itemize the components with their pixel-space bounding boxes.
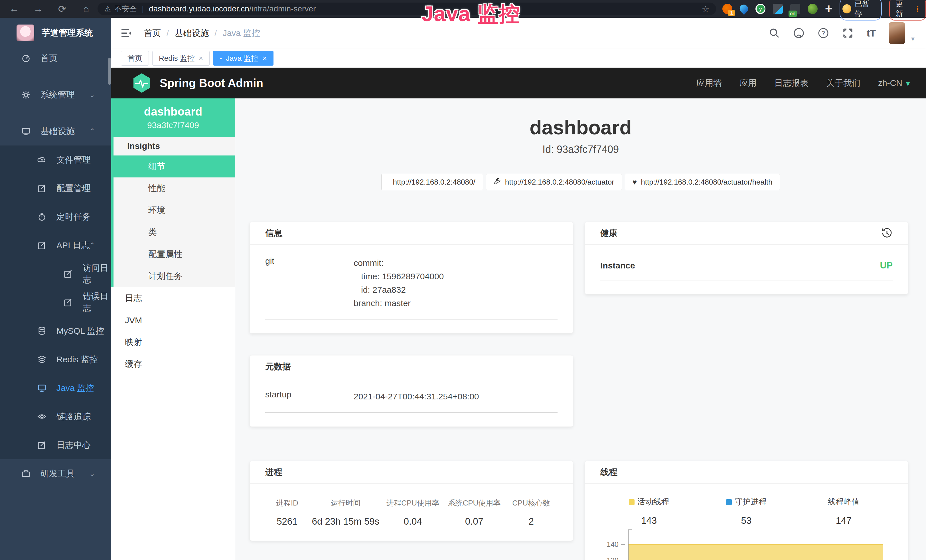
sba-nav-journal[interactable]: 日志报表	[774, 77, 808, 89]
sidebar-item-system-mgmt[interactable]: 系统管理 ⌄	[0, 80, 111, 109]
wrench-icon	[494, 178, 501, 186]
help-icon[interactable]: ?	[818, 27, 829, 39]
sidebar-item-dev-tools[interactable]: 研发工具 ⌄	[0, 459, 111, 488]
user-avatar[interactable]	[889, 22, 905, 44]
sidebar-item-home[interactable]: 首页	[0, 44, 111, 73]
instance-id: 93a3fc7f7409	[147, 120, 199, 130]
forward-icon[interactable]: →	[32, 3, 44, 15]
extension-badge: 1	[728, 10, 735, 16]
extension-magnifier-icon[interactable]	[808, 4, 818, 14]
menu-item-configprops[interactable]: 配置属性	[113, 243, 235, 265]
browser-menu-icon[interactable]: ⋮	[914, 4, 921, 14]
sba-nav-applications[interactable]: 应用	[740, 77, 757, 89]
menu-item-caches[interactable]: 缓存	[111, 353, 235, 375]
chrome-update-button[interactable]: 更新 ⋮	[889, 0, 926, 21]
breadcrumb-home[interactable]: 首页	[144, 27, 161, 39]
sba-nav-wallboard[interactable]: 应用墙	[696, 77, 722, 89]
menu-item-jvm[interactable]: JVM	[111, 309, 235, 331]
extension-pin-icon[interactable]	[738, 3, 750, 15]
sidebar-item-label: 链路追踪	[56, 411, 91, 422]
paused-label: 已暂停	[855, 0, 876, 19]
sidebar-item-log-center[interactable]: 日志中心	[0, 431, 111, 459]
database-icon	[37, 326, 47, 336]
java-monitor-icon	[37, 383, 47, 393]
extension-green-circle-icon[interactable]: y	[755, 4, 766, 14]
insights-section-label: Insights	[113, 137, 235, 156]
service-url: http://192.168.0.2:48080/	[393, 178, 475, 186]
stat-value: 0.04	[382, 516, 443, 527]
log-edit-icon	[37, 241, 47, 250]
tab-home[interactable]: 首页	[121, 51, 149, 66]
health-instance-row[interactable]: Instance UP	[600, 256, 893, 271]
page-subtitle: Id: 93a3fc7f7409	[235, 144, 926, 156]
gauge-icon	[21, 53, 31, 63]
breadcrumb-infrastructure[interactable]: 基础设施	[174, 27, 209, 39]
sidebar-item-cron-jobs[interactable]: 定时任务	[0, 203, 111, 231]
sidebar-item-file-mgmt[interactable]: 文件管理	[0, 145, 111, 174]
profile-paused-chip[interactable]: 已暂停	[840, 0, 882, 21]
instance-header[interactable]: dashboard 93a3fc7f7409	[111, 98, 235, 137]
actuator-url-button[interactable]: http://192.168.0.2:48080/actuator	[486, 174, 622, 190]
home-icon[interactable]: ⌂	[80, 3, 92, 15]
sidebar-item-api-logs[interactable]: API 日志 ⌃	[0, 231, 111, 260]
close-icon[interactable]: ×	[263, 54, 267, 63]
sba-nav-about[interactable]: 关于我们	[826, 77, 860, 89]
tab-redis-monitor[interactable]: Redis 监控 ×	[152, 51, 210, 66]
reload-icon[interactable]: ⟳	[56, 3, 68, 15]
sidebar-logo-row[interactable]: 芋道管理系统	[0, 18, 111, 44]
tab-label: 首页	[127, 53, 142, 64]
address-bar[interactable]: ⚠ 不安全 | dashboard.yudao.iocoder.cn /infr…	[98, 3, 716, 15]
text-size-icon[interactable]: tT	[867, 28, 876, 39]
sidebar-item-label: 文件管理	[56, 154, 91, 166]
service-url-button[interactable]: http://192.168.0.2:48080/	[381, 174, 483, 190]
breadcrumb: 首页 / 基础设施 / Java 监控	[144, 27, 260, 39]
sidebar-item-config-mgmt[interactable]: 配置管理	[0, 174, 111, 203]
menu-item-logs[interactable]: 日志	[111, 287, 235, 309]
menu-item-environment[interactable]: 环境	[113, 200, 235, 221]
profile-avatar-emoji	[843, 4, 851, 14]
sidebar-item-redis-monitor[interactable]: Redis 监控	[0, 345, 111, 374]
history-icon[interactable]	[881, 227, 893, 239]
sidebar-item-mysql-monitor[interactable]: MySQL 监控	[0, 317, 111, 345]
menu-item-classes[interactable]: 类	[113, 221, 235, 243]
process-card-title: 进程	[265, 466, 282, 478]
peak-threads-value: 147	[795, 515, 892, 526]
fullscreen-icon[interactable]	[842, 27, 853, 39]
sba-locale-select[interactable]: zh-CN ▾	[878, 78, 910, 88]
extension-orange-icon[interactable]: 1	[722, 4, 732, 14]
instance-name: dashboard	[144, 105, 202, 118]
sba-brand-title[interactable]: Spring Boot Admin	[160, 77, 263, 89]
health-key: Instance	[600, 261, 635, 271]
sidebar-scrollbar-thumb[interactable]	[108, 58, 110, 85]
health-url-button[interactable]: ♥ http://192.168.0.2:48080/actuator/heal…	[625, 174, 780, 190]
menu-item-details[interactable]: 细节	[113, 156, 235, 177]
github-icon[interactable]	[793, 27, 805, 39]
hamburger-fold-icon[interactable]	[121, 28, 132, 38]
threads-card: 线程 活动线程 143 守护进程 53	[585, 461, 908, 560]
health-card-title: 健康	[600, 227, 617, 239]
threads-card-title: 线程	[600, 466, 617, 478]
search-icon[interactable]	[769, 27, 780, 39]
user-caret-icon[interactable]: ▾	[911, 35, 915, 43]
log-edit-icon	[63, 269, 73, 279]
bookmark-star-icon[interactable]: ☆	[702, 4, 710, 14]
sidebar-item-error-log[interactable]: 错误日志	[0, 288, 111, 317]
extensions-puzzle-icon[interactable]: ✚	[825, 4, 832, 14]
close-icon[interactable]: ×	[199, 54, 203, 63]
sidebar-item-label: 系统管理	[41, 89, 75, 101]
sidebar-item-tracing[interactable]: 链路追踪	[0, 402, 111, 431]
sidebar-item-access-log[interactable]: 访问日志	[0, 260, 111, 288]
menu-item-metrics[interactable]: 性能	[113, 177, 235, 200]
extension-grid-icon[interactable]	[773, 4, 783, 14]
tab-java-monitor[interactable]: ● Java 监控 ×	[213, 51, 274, 66]
back-icon[interactable]: ←	[8, 3, 21, 15]
extension-tampermonkey-icon[interactable]: on	[790, 4, 800, 14]
sidebar-item-infrastructure[interactable]: 基础设施 ⌃	[0, 117, 111, 145]
threads-area-chart: 140 120 100	[600, 533, 893, 560]
info-value: commit: time: 1596289704000 id: 27aa832 …	[354, 256, 444, 310]
menu-item-scheduled-tasks[interactable]: 计划任务	[113, 265, 235, 287]
menu-item-mappings[interactable]: 映射	[111, 331, 235, 353]
svg-text:?: ?	[822, 30, 825, 36]
legend-label: 线程峰值	[828, 497, 859, 506]
sidebar-item-java-monitor[interactable]: Java 监控	[0, 374, 111, 402]
